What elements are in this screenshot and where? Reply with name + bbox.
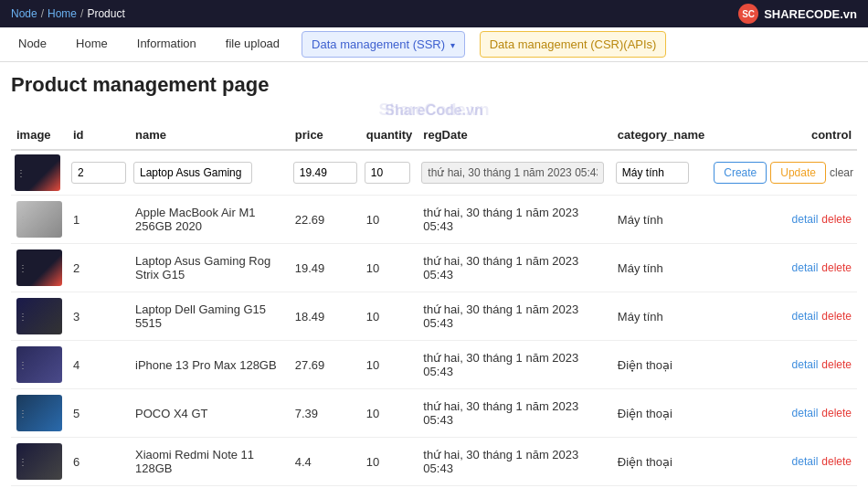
edit-date-cell [418,150,612,196]
col-category: category_name [612,121,710,150]
product-name: Laptop Dell Gaming G15 5515 [130,292,290,341]
delete-button[interactable]: delete [821,261,852,274]
breadcrumb-sep1: / [41,7,44,20]
product-regdate: thứ hai, 30 tháng 1 năm 2023 05:43 [418,196,612,244]
product-thumb-2: ⋮ [16,298,62,334]
edit-price-input[interactable] [293,162,357,184]
delete-button[interactable]: delete [821,455,852,468]
detail-button[interactable]: detail [792,407,819,419]
drag-handle: ⋮ [18,312,27,322]
product-price: 7.39 [290,389,361,438]
product-control: detail delete [710,438,857,486]
product-table-wrapper: image id name price quantity regDate cat… [0,121,868,486]
detail-button[interactable]: detail [792,455,819,468]
product-thumb-cell: ⋮ [11,292,68,341]
update-button[interactable]: Update [770,162,826,184]
delete-button[interactable]: delete [821,358,852,371]
product-name: POCO X4 GT [130,389,290,438]
product-control: detail delete [710,244,857,292]
product-regdate: thứ hai, 30 tháng 1 năm 2023 05:43 [418,389,612,438]
edit-id-cell[interactable] [68,150,130,196]
col-id: id [68,121,130,150]
table-row: ⋮ 1Apple MacBook Air M1 256GB 202022.691… [11,196,857,244]
edit-name-cell[interactable] [130,150,290,196]
product-id: 3 [68,292,130,341]
product-thumb-1: ⋮ [16,249,62,286]
product-thumb-4: ⋮ [16,395,62,431]
breadcrumb: Node / Home / Product [11,7,125,20]
detail-button[interactable]: detail [792,358,819,371]
edit-thumb: ⋮ [15,154,60,191]
product-price: 4.4 [290,438,361,486]
page-title: Product management page [0,62,868,101]
breadcrumb-sep2: / [80,7,83,20]
product-category: Điện thoại [612,438,710,486]
breadcrumb-product: Product [87,7,124,20]
product-quantity: 10 [361,341,418,389]
delete-button[interactable]: delete [821,213,852,226]
create-button[interactable]: Create [714,162,767,184]
edit-price-cell[interactable] [290,150,361,196]
nav-node[interactable]: Node [11,27,54,61]
table-row: ⋮ 6Xiaomi Redmi Note 11 128GB4.410thứ ha… [11,438,857,486]
nav-data-csr[interactable]: Data management (CSR)(APIs) [480,31,667,58]
breadcrumb-bar: Node / Home / Product SC SHARECODE.vn [0,0,868,27]
col-name: name [130,121,290,150]
col-price: price [290,121,361,150]
edit-row: ⋮ [11,150,857,196]
product-control: detail delete [710,196,857,244]
product-regdate: thứ hai, 30 tháng 1 năm 2023 05:43 [418,244,612,292]
product-name: Laptop Asus Gaming Rog Strix G15 [130,244,290,292]
nav-file-upload[interactable]: file upload [218,27,287,61]
product-price: 27.69 [290,341,361,389]
product-thumb-3: ⋮ [16,346,62,383]
nav-home[interactable]: Home [69,27,115,61]
product-id: 2 [68,244,130,292]
clear-button[interactable]: clear [830,166,853,179]
product-thumb-cell: ⋮ [11,341,68,389]
product-control: detail delete [710,389,857,438]
product-thumb-cell: ⋮ [11,389,68,438]
product-name: Xiaomi Redmi Note 11 128GB [130,438,290,486]
col-regdate: regDate [418,121,612,150]
watermark-2: ShareCode.vn [0,101,868,120]
product-price: 22.69 [290,196,361,244]
product-category: Điện thoại [612,341,710,389]
edit-quantity-input[interactable] [365,162,410,184]
control-buttons-0: detail delete [715,213,852,226]
table-header-row: image id name price quantity regDate cat… [11,121,857,150]
col-quantity: quantity [361,121,418,150]
drag-handle: ⋮ [18,457,27,467]
product-control: detail delete [710,341,857,389]
edit-date-input[interactable] [421,162,604,184]
product-quantity: 10 [361,196,418,244]
edit-category-input[interactable] [616,162,689,184]
nav-information[interactable]: Information [130,27,204,61]
detail-button[interactable]: detail [792,213,819,226]
product-price: 18.49 [290,292,361,341]
product-regdate: thứ hai, 30 tháng 1 năm 2023 05:43 [418,292,612,341]
product-quantity: 10 [361,389,418,438]
nav-bar: Node Home Information file upload Data m… [0,27,868,62]
product-id: 1 [68,196,130,244]
product-name: Apple MacBook Air M1 256GB 2020 [130,196,290,244]
edit-category-cell[interactable] [612,150,710,196]
drag-handle: ⋮ [18,215,27,225]
product-id: 6 [68,438,130,486]
edit-thumb-cell: ⋮ [11,150,68,196]
breadcrumb-home[interactable]: Home [48,7,77,20]
detail-button[interactable]: detail [792,261,819,274]
edit-id-input[interactable] [71,162,126,184]
control-buttons-2: detail delete [715,310,852,323]
nav-data-ssr[interactable]: Data management (SSR) ▾ [302,31,465,58]
delete-button[interactable]: delete [821,407,852,419]
detail-button[interactable]: detail [792,310,819,323]
product-quantity: 10 [361,438,418,486]
watermark-1: ShareCode.vn [0,102,868,119]
edit-quantity-cell[interactable] [361,150,418,196]
breadcrumb-node[interactable]: Node [11,7,37,20]
delete-button[interactable]: delete [821,310,852,323]
product-name: iPhone 13 Pro Max 128GB [130,341,290,389]
edit-name-input[interactable] [133,162,252,184]
product-regdate: thứ hai, 30 tháng 1 năm 2023 05:43 [418,341,612,389]
